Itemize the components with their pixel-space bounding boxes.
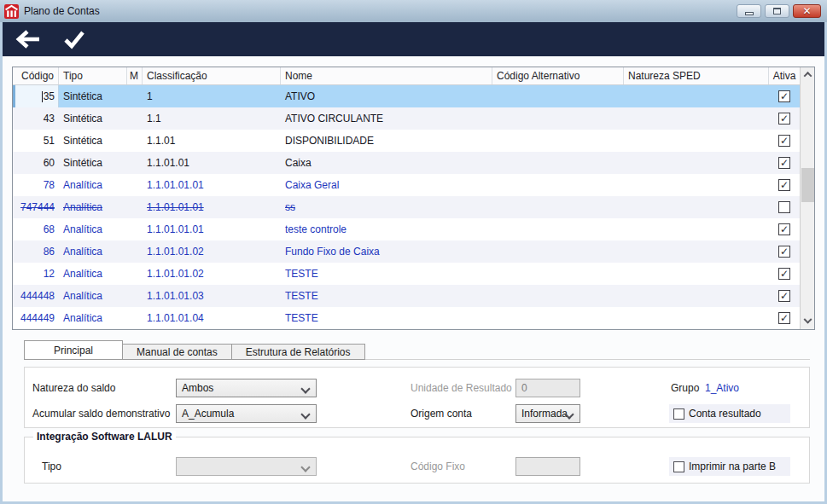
- cell-classificacao[interactable]: 1.1.01.01.01: [143, 174, 281, 196]
- cell-natureza-sped[interactable]: [624, 218, 769, 240]
- unidade-de-resultado-input[interactable]: 0: [515, 379, 580, 397]
- cell-codigo[interactable]: 444448: [13, 285, 59, 307]
- cell-codigo-alternativo[interactable]: [492, 263, 624, 285]
- ativa-checkbox[interactable]: [778, 157, 790, 169]
- conta-resultado-checkbox[interactable]: [673, 408, 684, 420]
- cell-natureza-sped[interactable]: [624, 130, 769, 152]
- table-row[interactable]: 444449 Analítica 1.1.01.01.04 TESTE: [13, 307, 800, 329]
- cell-codigo[interactable]: 43: [13, 107, 59, 130]
- column-header-tipo[interactable]: Tipo: [59, 67, 127, 84]
- cell-nome[interactable]: ss: [281, 196, 492, 218]
- confirm-button[interactable]: [60, 26, 89, 52]
- cell-codigo-alternativo[interactable]: [492, 285, 624, 307]
- cell-tipo[interactable]: Analítica: [59, 196, 127, 218]
- cell-codigo[interactable]: 68: [13, 218, 59, 240]
- column-header-codigo-alternativo[interactable]: Código Alternativo: [492, 67, 624, 84]
- cell-m[interactable]: [127, 130, 143, 152]
- cell-nome[interactable]: ATIVO: [281, 85, 492, 107]
- cell-natureza-sped[interactable]: [624, 107, 769, 130]
- cell-codigo[interactable]: 12: [13, 263, 59, 285]
- acumular-saldo-select[interactable]: A_Acumula: [176, 404, 317, 423]
- cell-natureza-sped[interactable]: [624, 152, 769, 174]
- table-row[interactable]: 35 Sintética 1 ATIVO: [13, 85, 800, 107]
- cell-tipo[interactable]: Sintética: [59, 152, 127, 174]
- ativa-checkbox[interactable]: [778, 179, 790, 191]
- ativa-checkbox[interactable]: [778, 135, 790, 147]
- cell-natureza-sped[interactable]: [624, 196, 769, 218]
- column-header-nome[interactable]: Nome: [281, 67, 492, 84]
- vertical-scrollbar[interactable]: [800, 67, 814, 329]
- ativa-checkbox[interactable]: [778, 223, 790, 235]
- cell-natureza-sped[interactable]: [624, 85, 769, 107]
- cell-codigo[interactable]: 60: [13, 152, 59, 174]
- cell-codigo-alternativo[interactable]: [492, 130, 624, 152]
- minimize-button[interactable]: [737, 4, 761, 18]
- tab-principal[interactable]: Principal: [24, 340, 123, 360]
- cell-codigo[interactable]: 444449: [13, 307, 59, 329]
- cell-nome[interactable]: Caixa: [281, 152, 492, 174]
- origem-conta-select[interactable]: Informada: [515, 404, 580, 423]
- table-row[interactable]: 78 Analítica 1.1.01.01.01 Caixa Geral: [13, 174, 800, 196]
- cell-tipo[interactable]: Analítica: [59, 174, 127, 196]
- close-button[interactable]: ✕: [793, 4, 821, 18]
- cell-codigo-alternativo[interactable]: [492, 218, 624, 240]
- cell-classificacao[interactable]: 1: [143, 85, 281, 107]
- cell-tipo[interactable]: Analítica: [59, 218, 127, 240]
- cell-codigo-alternativo[interactable]: [492, 240, 624, 263]
- cell-classificacao[interactable]: 1.1.01.01.02: [143, 263, 281, 285]
- ativa-checkbox[interactable]: [778, 90, 790, 102]
- ativa-checkbox[interactable]: [778, 113, 790, 125]
- table-row[interactable]: 12 Analítica 1.1.01.01.02 TESTE: [13, 263, 800, 285]
- cell-classificacao[interactable]: 1.1.01.01.04: [143, 307, 281, 329]
- scroll-up-button[interactable]: [801, 67, 815, 82]
- cell-m[interactable]: [127, 218, 143, 240]
- back-button[interactable]: [14, 26, 43, 52]
- cell-codigo-alternativo[interactable]: [492, 85, 624, 107]
- cell-codigo-alternativo[interactable]: [492, 307, 624, 329]
- cell-natureza-sped[interactable]: [624, 174, 769, 196]
- ativa-checkbox[interactable]: [778, 268, 790, 280]
- cell-classificacao[interactable]: 1.1.01.01.02: [143, 240, 281, 263]
- cell-m[interactable]: [127, 152, 143, 174]
- table-row[interactable]: 60 Sintética 1.1.01.01 Caixa: [13, 152, 800, 174]
- cell-tipo[interactable]: Analítica: [59, 307, 127, 329]
- tab-manual-de-contas[interactable]: Manual de contas: [123, 344, 232, 360]
- table-row[interactable]: 86 Analítica 1.1.01.01.02 Fundo Fixo de …: [13, 240, 800, 263]
- cell-codigo-alternativo[interactable]: [492, 152, 624, 174]
- cell-codigo-alternativo[interactable]: [492, 196, 624, 218]
- cell-natureza-sped[interactable]: [624, 307, 769, 329]
- table-row[interactable]: 43 Sintética 1.1 ATIVO CIRCULANTE: [13, 107, 800, 130]
- cell-nome[interactable]: TESTE: [281, 285, 492, 307]
- ativa-checkbox[interactable]: [778, 201, 790, 213]
- cell-tipo[interactable]: Sintética: [59, 85, 127, 107]
- cell-codigo-alternativo[interactable]: [492, 107, 624, 130]
- column-header-codigo[interactable]: Código: [13, 67, 59, 84]
- cell-codigo[interactable]: 51: [13, 130, 59, 152]
- cell-nome[interactable]: TESTE: [281, 307, 492, 329]
- table-row[interactable]: 68 Analítica 1.1.01.01.01 teste controle: [13, 218, 800, 240]
- cell-nome[interactable]: teste controle: [281, 218, 492, 240]
- cell-tipo[interactable]: Analítica: [59, 240, 127, 263]
- tab-estrutura-de-relatorios[interactable]: Estrutura de Relatórios: [232, 344, 365, 360]
- cell-codigo[interactable]: 78: [13, 174, 59, 196]
- column-header-natureza-sped[interactable]: Natureza SPED: [624, 67, 769, 84]
- cell-classificacao[interactable]: 1.1.01.01: [143, 152, 281, 174]
- cell-classificacao[interactable]: 1.1.01.01.03: [143, 285, 281, 307]
- cell-nome[interactable]: Caixa Geral: [281, 174, 492, 196]
- cell-classificacao[interactable]: 1.1.01: [143, 130, 281, 152]
- cell-natureza-sped[interactable]: [624, 285, 769, 307]
- column-header-ativa[interactable]: Ativa: [769, 67, 800, 84]
- scroll-down-button[interactable]: [801, 315, 815, 329]
- column-header-classificacao[interactable]: Classificação: [143, 67, 281, 84]
- cell-classificacao[interactable]: 1.1.01.01.01: [143, 218, 281, 240]
- table-row[interactable]: 747444 Analítica 1.1.01.01.01 ss: [13, 196, 800, 218]
- cell-m[interactable]: [127, 263, 143, 285]
- table-row[interactable]: 51 Sintética 1.1.01 DISPONIBILIDADE: [13, 130, 800, 152]
- table-row[interactable]: 444448 Analítica 1.1.01.01.03 TESTE: [13, 285, 800, 307]
- cell-natureza-sped[interactable]: [624, 263, 769, 285]
- cell-m[interactable]: [127, 240, 143, 263]
- cell-m[interactable]: [127, 285, 143, 307]
- cell-natureza-sped[interactable]: [624, 240, 769, 263]
- cell-nome[interactable]: ATIVO CIRCULANTE: [281, 107, 492, 130]
- cell-m[interactable]: [127, 85, 143, 107]
